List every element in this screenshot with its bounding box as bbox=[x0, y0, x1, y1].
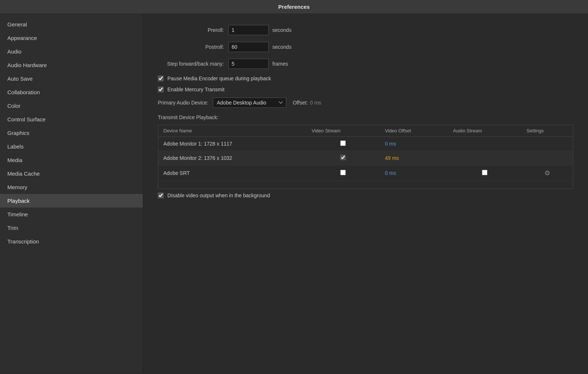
video-offset-value-1: 0 ms bbox=[385, 141, 396, 147]
sidebar-item-media[interactable]: Media bbox=[0, 153, 143, 167]
settings-cell bbox=[521, 151, 573, 165]
enable-mercury-transmit-label: Enable Mercury Transmit bbox=[167, 87, 225, 92]
audio-stream-cell bbox=[448, 151, 521, 165]
window-title: Preferences bbox=[278, 4, 310, 10]
postroll-input[interactable] bbox=[228, 42, 269, 52]
device-name-cell: Adobe SRT bbox=[158, 165, 306, 181]
table-row: Adobe Monitor 2: 1376 x 1032 49 ms bbox=[158, 151, 573, 165]
pause-media-encoder-checkbox[interactable] bbox=[158, 76, 164, 81]
table-header: Device Name Video Stream Video Offset Au… bbox=[158, 125, 573, 137]
enable-mercury-transmit-checkbox[interactable] bbox=[158, 87, 164, 92]
postroll-unit: seconds bbox=[272, 44, 291, 50]
sidebar: GeneralAppearanceAudioAudio HardwareAuto… bbox=[0, 14, 143, 373]
col-device-name: Device Name bbox=[158, 125, 306, 137]
sidebar-item-auto-save[interactable]: Auto Save bbox=[0, 72, 143, 85]
device-name-cell: Adobe Monitor 2: 1376 x 1032 bbox=[158, 151, 306, 165]
sidebar-item-transcription[interactable]: Transcription bbox=[0, 235, 143, 248]
preroll-row: Preroll: seconds bbox=[158, 25, 573, 35]
sidebar-item-color[interactable]: Color bbox=[0, 99, 143, 113]
col-video-stream: Video Stream bbox=[306, 125, 380, 137]
primary-audio-row: Primary Audio Device: Adobe Desktop Audi… bbox=[158, 98, 573, 108]
video-stream-checkbox-2[interactable] bbox=[340, 155, 346, 160]
video-offset-value-2: 49 ms bbox=[385, 155, 399, 161]
col-video-offset: Video Offset bbox=[380, 125, 448, 137]
sidebar-item-playback[interactable]: Playback bbox=[0, 194, 143, 208]
sidebar-item-labels[interactable]: Labels bbox=[0, 140, 143, 153]
preroll-unit: seconds bbox=[272, 27, 291, 33]
device-table-container: Device Name Video Stream Video Offset Au… bbox=[158, 125, 573, 189]
sidebar-item-audio-hardware[interactable]: Audio Hardware bbox=[0, 58, 143, 72]
postroll-row: Postroll: seconds bbox=[158, 42, 573, 52]
content-area: Preroll: seconds Postroll: seconds Step … bbox=[143, 14, 588, 373]
preroll-label: Preroll: bbox=[158, 27, 224, 33]
sidebar-item-control-surface[interactable]: Control Surface bbox=[0, 113, 143, 126]
audio-stream-checkbox-3[interactable] bbox=[482, 170, 487, 175]
video-stream-checkbox-1[interactable] bbox=[340, 140, 346, 146]
sidebar-item-general[interactable]: General bbox=[0, 18, 143, 31]
step-forward-input[interactable] bbox=[228, 59, 269, 69]
sidebar-item-audio[interactable]: Audio bbox=[0, 45, 143, 58]
enable-mercury-transmit-row: Enable Mercury Transmit bbox=[158, 87, 573, 92]
settings-cell: ⚙ bbox=[521, 165, 573, 181]
step-forward-unit: frames bbox=[272, 61, 288, 67]
video-offset-cell: 0 ms bbox=[380, 137, 448, 151]
offset-label: Offset: bbox=[293, 100, 308, 106]
preroll-input[interactable] bbox=[228, 25, 269, 35]
postroll-label: Postroll: bbox=[158, 44, 224, 50]
video-stream-cell bbox=[306, 151, 380, 165]
sidebar-item-collaboration[interactable]: Collaboration bbox=[0, 85, 143, 99]
col-audio-stream: Audio Stream bbox=[448, 125, 521, 137]
device-table: Device Name Video Stream Video Offset Au… bbox=[158, 125, 573, 181]
title-bar: Preferences bbox=[0, 0, 588, 14]
video-offset-cell: 0 ms bbox=[380, 165, 448, 181]
primary-audio-select[interactable]: Adobe Desktop Audio Default Output Syste… bbox=[213, 98, 286, 108]
audio-stream-cell bbox=[448, 137, 521, 151]
transmit-label: Transmit Device Playback: bbox=[158, 114, 573, 120]
disable-video-output-checkbox[interactable] bbox=[158, 192, 164, 198]
audio-stream-cell bbox=[448, 165, 521, 181]
device-name-cell: Adobe Monitor 1: 1728 x 1117 bbox=[158, 137, 306, 151]
sidebar-item-graphics[interactable]: Graphics bbox=[0, 126, 143, 140]
step-forward-label: Step forward/back many: bbox=[158, 61, 224, 67]
sidebar-item-memory[interactable]: Memory bbox=[0, 180, 143, 194]
disable-video-output-label: Disable video output when in the backgro… bbox=[167, 192, 270, 198]
sidebar-item-media-cache[interactable]: Media Cache bbox=[0, 167, 143, 180]
pause-media-encoder-label: Pause Media Encoder queue during playbac… bbox=[167, 76, 271, 81]
video-offset-value-3: 0 ms bbox=[385, 170, 396, 176]
video-stream-cell bbox=[306, 165, 380, 181]
col-settings: Settings bbox=[521, 125, 573, 137]
settings-cell bbox=[521, 137, 573, 151]
video-stream-cell bbox=[306, 137, 380, 151]
sidebar-item-appearance[interactable]: Appearance bbox=[0, 31, 143, 45]
pause-media-encoder-row: Pause Media Encoder queue during playbac… bbox=[158, 76, 573, 81]
step-forward-row: Step forward/back many: frames bbox=[158, 59, 573, 69]
sidebar-item-timeline[interactable]: Timeline bbox=[0, 208, 143, 221]
video-offset-cell: 49 ms bbox=[380, 151, 448, 165]
main-container: GeneralAppearanceAudioAudio HardwareAuto… bbox=[0, 14, 588, 373]
primary-audio-label: Primary Audio Device: bbox=[158, 100, 208, 106]
settings-gear-icon[interactable]: ⚙ bbox=[544, 169, 550, 177]
offset-value: 0 ms bbox=[310, 100, 321, 106]
disable-video-output-row: Disable video output when in the backgro… bbox=[158, 192, 573, 198]
table-row: Adobe Monitor 1: 1728 x 1117 0 ms bbox=[158, 137, 573, 151]
sidebar-item-trim[interactable]: Trim bbox=[0, 221, 143, 235]
table-body: Adobe Monitor 1: 1728 x 1117 0 ms Adobe … bbox=[158, 137, 573, 181]
table-row: Adobe SRT 0 ms ⚙ bbox=[158, 165, 573, 181]
video-stream-checkbox-3[interactable] bbox=[340, 170, 346, 175]
